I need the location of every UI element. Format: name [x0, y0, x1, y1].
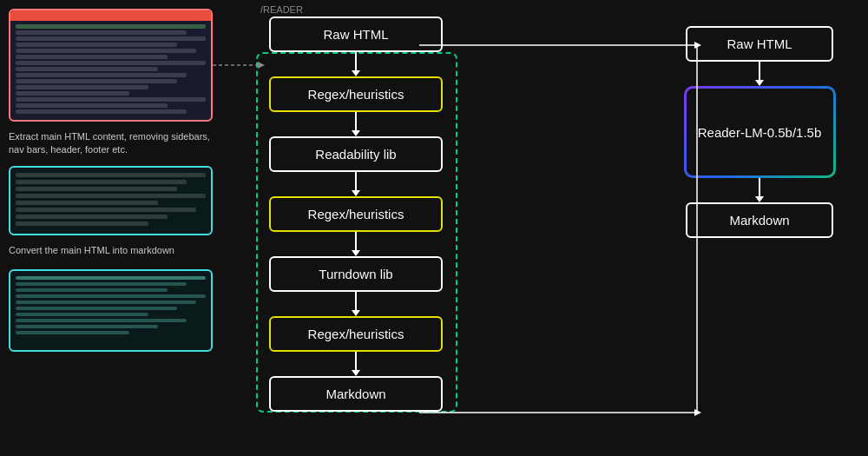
code-line [16, 307, 177, 310]
arrow-2 [352, 112, 360, 136]
arrow-6 [352, 352, 360, 376]
flow-label-markdown-1: Markdown [326, 387, 385, 401]
v-line [355, 172, 357, 190]
flow-label-raw-html-1: Raw HTML [323, 27, 388, 42]
content-line [16, 43, 177, 47]
v-arrowhead [352, 190, 360, 196]
v-arrowhead [352, 370, 360, 376]
screenshot-cleaned [9, 166, 213, 235]
flow-box-raw-html-2: Raw HTML [686, 26, 833, 62]
content-line [16, 49, 196, 53]
code-line [16, 319, 187, 322]
left-panel: Extract main HTML content, removing side… [9, 9, 213, 352]
code-line [16, 288, 168, 292]
content-line [16, 103, 168, 108]
flow-label-regex-2: Regex/heuristics [308, 207, 404, 221]
v-arrowhead [755, 80, 764, 86]
content-line [16, 30, 187, 35]
content-line [16, 208, 196, 212]
code-line [16, 301, 196, 304]
v-arrowhead [352, 70, 360, 76]
flow-label-markdown-2: Markdown [729, 213, 789, 228]
flow-label-readability: Readability lib [315, 147, 396, 162]
screenshot-reddit [9, 9, 213, 122]
reader-label: /READER [260, 4, 303, 15]
content-line [16, 180, 187, 184]
flow-box-markdown-1: Markdown [269, 376, 443, 412]
middle-flow: /READER Raw HTML Regex/heuristics Readab… [243, 4, 469, 452]
reddit-header-bar [10, 10, 211, 21]
arrow-4 [352, 232, 360, 256]
code-line [16, 325, 158, 328]
code-line [16, 282, 187, 286]
content-line [16, 61, 206, 65]
v-line [759, 178, 760, 196]
content-line [16, 173, 206, 177]
flow-label-regex-1: Regex/heuristics [308, 87, 404, 102]
content-line [16, 194, 206, 198]
arrow-r1 [755, 62, 764, 86]
v-line [355, 52, 357, 70]
canvas: Extract main HTML content, removing side… [0, 0, 868, 456]
arrow-r2 [755, 178, 764, 202]
flow-label-turndown: Turndown lib [319, 267, 392, 281]
flow-label-raw-html-2: Raw HTML [727, 36, 792, 51]
content-line [16, 187, 177, 191]
flow-box-regex-1: Regex/heuristics [269, 76, 443, 112]
flow-label-regex-3: Regex/heuristics [308, 327, 404, 341]
arrow-1 [352, 52, 360, 76]
flow-box-markdown-2: Markdown [686, 202, 833, 238]
v-line [355, 352, 357, 370]
flow-box-turndown: Turndown lib [269, 256, 443, 292]
content-line [16, 109, 187, 114]
v-arrowhead [352, 250, 360, 256]
caption-extract: Extract main HTML content, removing side… [9, 129, 213, 159]
code-line [16, 331, 129, 334]
flow-box-regex-3: Regex/heuristics [269, 316, 443, 352]
code-line [16, 276, 206, 280]
arrow-5 [352, 292, 360, 316]
flow-box-readability: Readability lib [269, 136, 443, 172]
content-line [16, 215, 168, 219]
content-line [16, 201, 158, 205]
v-arrowhead [755, 196, 764, 202]
content-line [16, 73, 187, 77]
content-line [16, 55, 168, 59]
flow-label-reader-lm: Reader-LM-0.5b/1.5b [698, 125, 822, 140]
content-line [16, 24, 206, 29]
content-line [16, 36, 206, 41]
content-line [16, 79, 177, 83]
arrow-3 [352, 172, 360, 196]
screenshot-markdown [9, 269, 213, 352]
v-line [355, 232, 357, 250]
v-line [355, 292, 357, 310]
content-line [16, 91, 129, 96]
code-line [16, 313, 148, 316]
reader-lm-wrapper: Reader-LM-0.5b/1.5b [684, 86, 836, 178]
content-line [16, 85, 148, 89]
content-line [16, 221, 148, 226]
code-line [16, 294, 206, 298]
v-line [355, 112, 357, 130]
flow-box-regex-2: Regex/heuristics [269, 196, 443, 232]
right-flow: Raw HTML Reader-LM-0.5b/1.5b Markdown [677, 26, 842, 238]
v-line [759, 62, 760, 80]
v-arrowhead [352, 130, 360, 136]
svg-marker-5 [694, 409, 701, 416]
content-line [16, 97, 206, 102]
flow-box-raw-html-1: Raw HTML [269, 17, 443, 52]
content-line [16, 67, 158, 71]
caption-convert: Convert the main HTML into markdown [9, 242, 213, 259]
reader-lm-box: Reader-LM-0.5b/1.5b [687, 89, 833, 175]
v-arrowhead [352, 310, 360, 316]
